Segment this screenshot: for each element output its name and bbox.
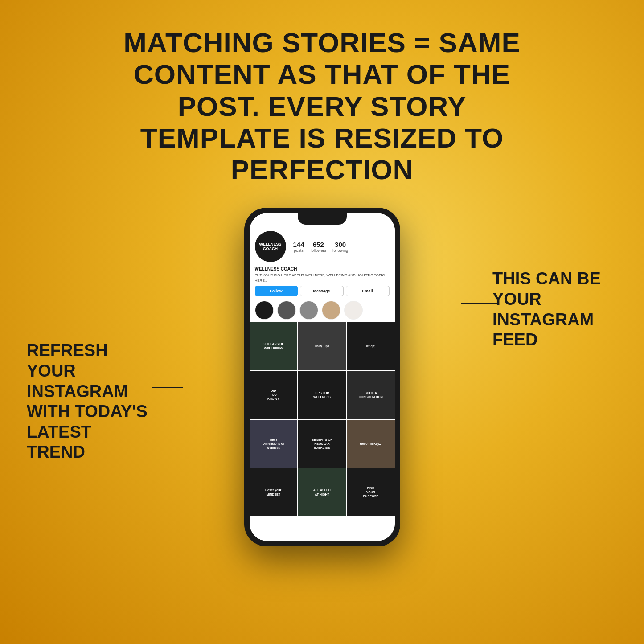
highlight-1	[255, 301, 274, 320]
grid-item-2: Daily Tips	[298, 322, 346, 370]
grid-item-3: let go;	[347, 322, 394, 370]
right-label: THIS CAN BE YOUR INSTAGRAM FEED	[492, 269, 617, 350]
highlight-5	[344, 301, 363, 320]
background: MATCHING STORIES = SAME CONTENT AS THAT …	[0, 0, 644, 644]
ig-stat-following: 300 following	[332, 241, 348, 253]
email-button[interactable]: Email	[346, 286, 390, 296]
grid-item-6: BOOK ACONSULTATION	[347, 371, 394, 418]
phone-notch	[298, 213, 347, 225]
ig-bio: PUT YOUR BIO HERE ABOUT WELLNESS, WELLBE…	[250, 272, 395, 285]
grid-item-8: BENEFITS OFREGULAREXERCISE	[298, 420, 346, 468]
follow-button[interactable]: Follow	[255, 286, 298, 296]
phone-frame: WELLNESSCOACH 144 posts 652 followers	[244, 208, 400, 546]
page-headline: MATCHING STORIES = SAME CONTENT AS THAT …	[122, 27, 523, 185]
phone-area: REFRESH YOUR INSTAGRAM WITH TODAY'S LATE…	[0, 208, 644, 546]
message-button[interactable]: Message	[300, 286, 344, 296]
grid-item-11: FALL ASLEEPAT NIGHT	[298, 468, 346, 516]
ig-avatar: WELLNESSCOACH	[255, 231, 286, 262]
grid-item-5: TIPS FORWELLNESS	[298, 371, 346, 418]
left-label: REFRESH YOUR INSTAGRAM WITH TODAY'S LATE…	[27, 340, 152, 463]
highlight-2	[277, 301, 296, 320]
phone-screen: WELLNESSCOACH 144 posts 652 followers	[250, 213, 395, 541]
ig-username: WELLNESS COACH	[250, 266, 395, 272]
ig-stat-followers: 652 followers	[311, 241, 327, 253]
grid-item-12: FINDYOURPURPOSE	[347, 468, 394, 516]
instagram-profile: WELLNESSCOACH 144 posts 652 followers	[250, 213, 395, 541]
grid-item-7: The 8Dimensions ofWellness	[250, 420, 297, 468]
highlight-4	[322, 301, 340, 320]
ig-highlights	[250, 299, 395, 322]
highlight-3	[299, 301, 318, 320]
grid-item-1: 3 PILLARS OFWELLBEING	[250, 322, 297, 370]
grid-item-10: Reset yourMINDSET	[250, 468, 297, 516]
ig-stat-posts: 144 posts	[293, 241, 304, 253]
ig-stats: 144 posts 652 followers 300 following	[293, 241, 349, 253]
grid-item-4: DIDYOUKNOW?	[250, 371, 297, 418]
ig-post-grid: 3 PILLARS OFWELLBEING Daily Tips let go;…	[250, 322, 395, 516]
grid-item-9: Hello I'm Kay...	[347, 420, 394, 468]
line-right	[461, 303, 497, 304]
line-left	[152, 387, 183, 388]
ig-action-buttons: Follow Message Email	[250, 286, 395, 299]
